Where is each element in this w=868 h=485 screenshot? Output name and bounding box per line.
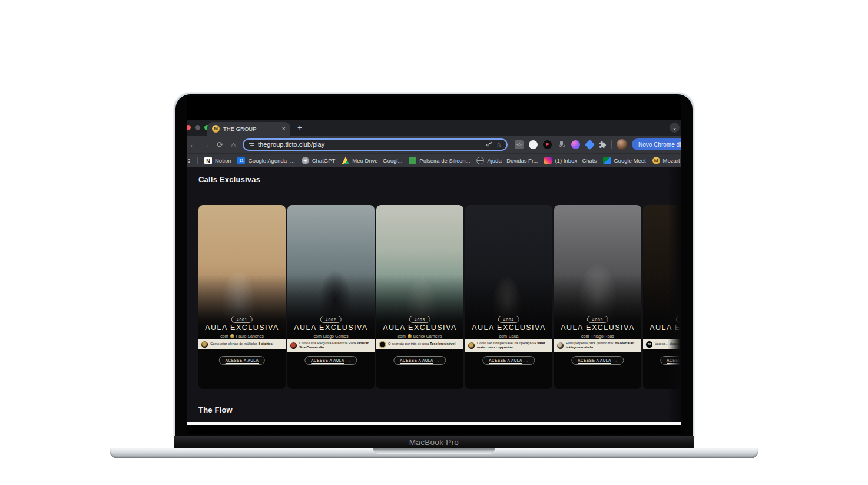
card-number-badge: #004	[498, 316, 519, 323]
card-title: AULA EXCLUSIVA	[376, 324, 463, 332]
tab-title: THE GROUP	[223, 126, 279, 132]
access-class-label: ACESSE A AULA	[311, 358, 344, 362]
minimize-window-button[interactable]	[195, 125, 200, 130]
banner-text: Como ser indispensável na operação e val…	[477, 341, 549, 351]
brain-extension-icon[interactable]	[571, 140, 580, 149]
code-extension-icon[interactable]: </>	[515, 140, 524, 149]
card-title: AULA EXCLUSIVA	[554, 324, 641, 332]
address-bar[interactable]: thegroup.ticto.club/play ☆	[243, 138, 508, 151]
aula-card[interactable]: #001 AULA EXCLUSIVA com Paulo Sanches Co…	[198, 205, 286, 389]
card-speaker-name: Paulo Sanches	[236, 334, 264, 338]
banner-avatar-icon: 33	[646, 341, 652, 348]
section-title-flow: The Flow	[198, 405, 233, 414]
card-speaker-line: com Paulo Sanches	[198, 334, 286, 338]
section-title-calls: Calls Exclusivas	[198, 175, 260, 184]
arrow-right-icon: →	[614, 358, 618, 362]
banner-avatar-icon	[290, 342, 297, 349]
extensions-puzzle-icon[interactable]	[599, 141, 607, 149]
access-class-label: ACESSE A AULA	[489, 358, 522, 362]
close-window-button[interactable]	[187, 125, 191, 130]
bookmark-item[interactable]: NNotion	[204, 157, 231, 164]
card-speaker-line: com Thiago Roas	[554, 334, 641, 338]
instagram-icon	[544, 157, 552, 164]
bookmark-item[interactable]: Pulseira de Silicon...	[409, 157, 470, 164]
banner-avatar-icon	[557, 342, 564, 349]
banner-text: O segredo por trás de uma Tese Irresistí…	[388, 342, 455, 347]
site-info-icon[interactable]	[249, 143, 254, 146]
shield-extension-icon[interactable]	[585, 139, 595, 149]
mic-extension-icon[interactable]	[557, 140, 566, 149]
globe-icon	[476, 157, 484, 164]
chrome-update-button[interactable]: Novo Chrome disponível ⋮	[632, 138, 681, 150]
apps-grid-icon[interactable]	[187, 158, 191, 164]
password-key-icon[interactable]	[486, 141, 492, 149]
access-class-button[interactable]: ACESSE A AULA →	[482, 356, 535, 365]
aula-card[interactable]: #002 AULA EXCLUSIVA com Diogo Gomes Como…	[287, 205, 375, 389]
card-title: AULA EXCLUSIVA	[465, 324, 552, 332]
page-content: Calls Exclusivas #001 AULA EXCLUSIVA com…	[187, 167, 681, 425]
home-icon[interactable]: ⌂	[229, 140, 238, 149]
card-number-badge: #003	[409, 316, 430, 323]
card-com-label: com	[220, 334, 228, 338]
bookmark-item[interactable]: Ajuda - Dúvidas Fr...	[476, 157, 538, 164]
banner-avatar-icon	[201, 341, 208, 348]
cards-row: #001 AULA EXCLUSIVA com Paulo Sanches Co…	[198, 205, 681, 389]
access-class-button[interactable]: ACESSE A AULA	[219, 356, 265, 365]
back-icon[interactable]: ←	[188, 140, 197, 149]
chatgpt-icon: ✳	[302, 157, 309, 164]
bookmark-item[interactable]: 11Google Agenda -...	[237, 157, 294, 164]
access-class-button[interactable]: ACESSE A AULA →	[304, 356, 357, 365]
media-extension-icon[interactable]: P	[543, 140, 552, 149]
bookmark-label: ChatGPT	[312, 157, 336, 164]
notion-icon: N	[204, 157, 212, 164]
refresh-icon[interactable]: ⟳	[216, 140, 224, 149]
calendar-icon: 11	[237, 157, 245, 164]
mozart-icon: M	[652, 157, 660, 164]
macbook-base	[110, 448, 758, 458]
carousel-edge-fade	[668, 167, 681, 425]
bookmark-item[interactable]: Google Meet	[603, 157, 645, 164]
card-speaker-name: Thiago Roas	[591, 334, 614, 338]
card-topic-banner: Como Uma Pergunta Paradoxal Pode Dobrar …	[287, 339, 375, 352]
tab-search-button[interactable]: ⌄	[670, 123, 680, 133]
aula-card[interactable]: #004 AULA EXCLUSIVA com Cauã Como ser in…	[465, 205, 552, 389]
bookmark-item[interactable]: ✳ChatGPT	[302, 157, 336, 164]
bookmarks-bar: NNotion11Google Agenda -...✳ChatGPTMeu D…	[187, 153, 681, 167]
forward-icon[interactable]: →	[202, 140, 211, 149]
banner-text: Como criar ofertas de múltiplos 8 dígito…	[210, 342, 273, 347]
banner-text: Como Uma Pergunta Paradoxal Pode Dobrar …	[299, 341, 372, 351]
url-text[interactable]: thegroup.ticto.club/play	[258, 141, 482, 148]
bookmarks-list: NNotion11Google Agenda -...✳ChatGPTMeu D…	[204, 157, 681, 164]
tab-close-icon[interactable]: ×	[282, 126, 286, 132]
speaker-avatar-icon	[408, 334, 412, 338]
card-speaker-name: Derick Carneiro	[413, 334, 442, 338]
bookmark-star-icon[interactable]: ☆	[496, 141, 502, 148]
bookmark-item[interactable]: Meu Drive - Googl...	[342, 157, 402, 164]
card-number-badge: #002	[320, 316, 342, 323]
new-tab-button[interactable]: +	[297, 123, 302, 131]
browser-toolbar: ← → ⟳ ⌂ thegroup.ticto.club/play ☆	[187, 136, 681, 153]
browser-tab[interactable]: M THE GROUP ×	[207, 122, 290, 136]
extensions-cluster: </>P	[515, 140, 594, 149]
bookmark-label: Notion	[215, 157, 231, 164]
profile-avatar[interactable]	[617, 139, 627, 150]
card-com-label: com	[499, 334, 507, 338]
bookmark-label: Pulseira de Silicon...	[419, 157, 470, 164]
bookmark-item[interactable]: MMozart - Faça logi...	[652, 157, 681, 164]
access-class-button[interactable]: ACESSE A AULA →	[393, 356, 446, 365]
bookmarks-separator	[197, 157, 198, 164]
arrow-right-icon: →	[525, 358, 529, 362]
card-speaker-line: com Cauã	[465, 334, 552, 338]
bookmark-label: Google Meet	[614, 157, 645, 164]
card-topic-banner: Funil perpétuo para público frio: da ofe…	[554, 339, 641, 352]
aula-card[interactable]: #003 AULA EXCLUSIVA com Derick Carneiro …	[376, 205, 463, 389]
chrome-window: M THE GROUP × + ⌄ ← → ⟳ ⌂ thegroup.ticto…	[187, 120, 681, 425]
bookmark-item[interactable]: (1) Inbox - Chats	[544, 157, 597, 164]
access-class-button[interactable]: ACESSE A AULA →	[571, 356, 624, 365]
screen-display: M THE GROUP × + ⌄ ← → ⟳ ⌂ thegroup.ticto…	[187, 96, 681, 434]
meet-icon	[603, 157, 611, 164]
bookmark-label: Meu Drive - Googl...	[352, 157, 402, 164]
aula-card[interactable]: #005 AULA EXCLUSIVA com Thiago Roas Funi…	[554, 205, 641, 389]
chat-extension-icon[interactable]	[529, 140, 538, 149]
banner-avatar-icon	[468, 342, 475, 349]
